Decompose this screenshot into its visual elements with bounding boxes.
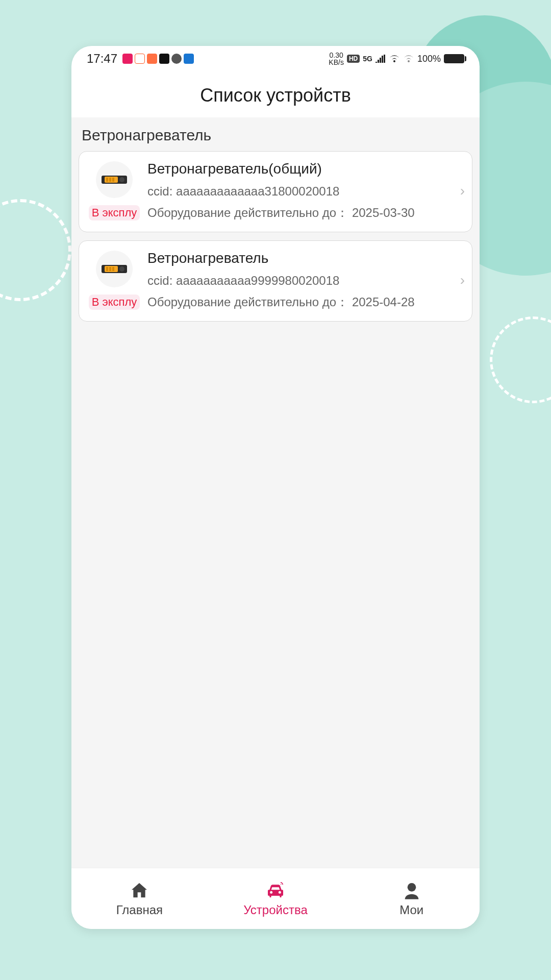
device-validity: Оборудование действительно до： 2025-03-3… [147,205,453,221]
svg-point-11 [119,266,124,272]
nav-profile[interactable]: Мои [343,868,480,929]
signal-icon [375,55,386,63]
status-network: 5G [363,55,372,63]
chevron-right-icon: › [458,272,465,288]
battery-icon [444,54,464,63]
svg-rect-4 [112,178,114,182]
status-badge: В эксплу [89,205,140,220]
device-card[interactable]: В эксплу Ветронагреватель(общий) ccid: a… [79,151,472,232]
svg-rect-10 [112,267,114,271]
device-ccid: ccid: aaaaaaaaaaa9999980020018 [147,273,453,289]
bottom-nav: Главная Устройства Мои [71,868,480,929]
status-badge: В эксплу [89,295,140,310]
home-icon [128,880,151,901]
status-net-speed: 0.30 KB/s [329,52,344,66]
nav-home[interactable]: Главная [71,868,208,929]
content-area: Ветронагреватель В эксплу Ветронагреват [71,117,480,868]
svg-rect-9 [109,267,111,271]
car-icon [264,880,287,901]
phone-frame: 17:47 0.30 KB/s HD 5G 100% Список устрой… [71,46,480,929]
status-battery-pct: 100% [417,54,441,64]
heater-icon [96,161,133,198]
section-title: Ветронагреватель [71,117,480,151]
page-title: Список устройств [71,71,480,117]
chevron-right-icon: › [458,183,465,199]
bg-decoration [0,199,71,301]
person-icon [400,880,423,901]
nav-label: Главная [116,903,163,917]
status-hd-badge: HD [347,55,360,63]
svg-point-12 [407,883,416,892]
svg-rect-8 [106,267,108,271]
device-validity: Оборудование действительно до： 2025-04-2… [147,294,453,310]
status-app-icons [122,54,194,64]
svg-rect-3 [109,178,111,182]
status-time: 17:47 [87,52,117,66]
bg-decoration [490,316,551,403]
svg-rect-2 [106,178,108,182]
device-name: Ветронагреватель [147,250,453,266]
device-ccid: ccid: aaaaaaaaaaaaa31800020018 [147,183,453,200]
wifi-icon-2 [403,54,414,63]
device-card[interactable]: В эксплу Ветронагреватель ccid: aaaaaaaa… [79,240,472,322]
nav-devices[interactable]: Устройства [208,868,344,929]
heater-icon [96,251,133,287]
status-bar: 17:47 0.30 KB/s HD 5G 100% [71,46,480,71]
nav-label: Устройства [243,903,308,917]
svg-point-5 [119,177,124,182]
nav-label: Мои [399,903,423,917]
wifi-icon [389,54,400,63]
device-name: Ветронагреватель(общий) [147,161,453,177]
